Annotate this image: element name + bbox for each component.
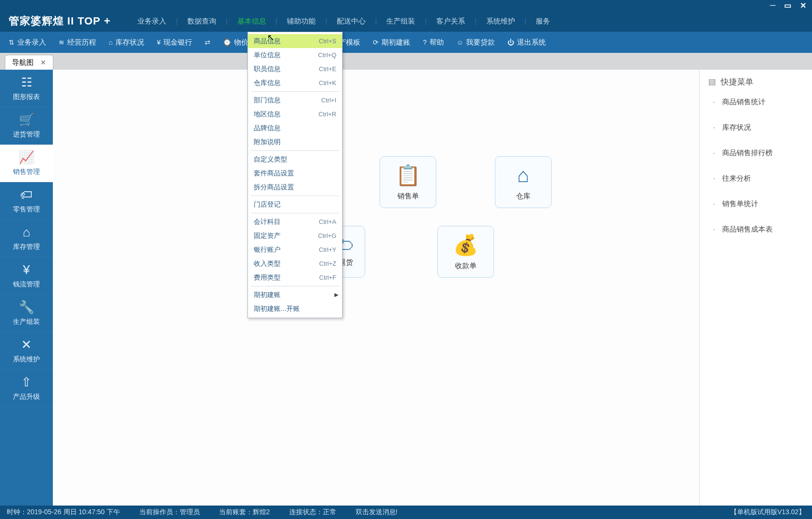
toolbar-icon: ⌚ (223, 38, 231, 46)
dropdown-item[interactable]: 自定义类型 (248, 152, 342, 166)
quick-item-1[interactable]: 库存状况 (713, 123, 803, 133)
menu-separator: | (425, 17, 427, 25)
toolbar-label: 帮助 (430, 38, 444, 47)
dropdown-item[interactable]: 期初建账▶ (248, 288, 342, 302)
maximize-button[interactable]: ▭ (784, 1, 791, 10)
dropdown-shortcut: Ctrl+Y (319, 246, 336, 253)
dropdown-shortcut: Ctrl+E (319, 65, 336, 73)
sidebar-label: 产品升级 (13, 393, 40, 401)
clipboard-check-icon: 📋 (395, 163, 420, 187)
top-menu: 业务录入|数据查询|基本信息|辅助功能|配送中心|生产组装|客户关系|系统维护|… (135, 17, 553, 26)
topmenu-0[interactable]: 业务录入 (135, 17, 169, 26)
sidebar-item-5[interactable]: ¥钱流管理 (0, 257, 53, 295)
topmenu-6[interactable]: 客户关系 (433, 17, 468, 26)
sidebar-item-7[interactable]: ✕系统维护 (0, 332, 53, 370)
sidebar-item-6[interactable]: 🔧生产组装 (0, 295, 53, 332)
dropdown-label: 期初建账...开账 (254, 305, 300, 313)
status-connection: 连接状态：正常 (289, 508, 336, 517)
quick-item-0[interactable]: 商品销售统计 (713, 97, 803, 107)
dropdown-shortcut: Ctrl+F (319, 274, 336, 281)
sidebar-item-2[interactable]: 📈销售管理 (0, 145, 53, 182)
dropdown-item[interactable]: 品牌信息 (248, 121, 342, 135)
dropdown-item[interactable]: 收入类型Ctrl+Z (248, 257, 342, 271)
dropdown-item[interactable]: 门店登记 (248, 198, 342, 211)
quick-item-2[interactable]: 商品销售排行榜 (713, 148, 803, 158)
basic-info-dropdown[interactable]: 商品信息Ctrl+S单位信息Ctrl+Q职员信息Ctrl+E仓库信息Ctrl+K… (247, 32, 343, 318)
toolbar-item-10[interactable]: ☺我要贷款 (456, 38, 495, 47)
toolbar-item-2[interactable]: ⌂库存状况 (109, 38, 144, 47)
dropdown-shortcut: Ctrl+I (321, 97, 336, 104)
window-titlebar: ─ ▭ ✕ (0, 0, 812, 11)
topmenu-3[interactable]: 辅助功能 (284, 17, 319, 26)
card-sales-order[interactable]: 📋 销售单 (380, 156, 436, 208)
dropdown-item[interactable]: 地区信息Ctrl+R (248, 107, 342, 121)
dropdown-shortcut: Ctrl+K (319, 79, 336, 86)
quick-item-4[interactable]: 销售单统计 (713, 199, 803, 209)
quick-item-3[interactable]: 往来分析 (713, 173, 803, 184)
dropdown-item[interactable]: 附加说明 (248, 135, 342, 149)
minimize-button[interactable]: ─ (770, 1, 775, 10)
toolbar-label: 业务录入 (17, 38, 46, 47)
sidebar-item-8[interactable]: ⇧产品升级 (0, 370, 53, 407)
dropdown-item[interactable]: 银行账户Ctrl+Y (248, 243, 342, 257)
dropdown-label: 套件商品设置 (254, 169, 294, 178)
quick-menu-header: ▤ 快捷菜单 (708, 76, 803, 87)
top-menubar: 管家婆辉煌 II TOP + 业务录入|数据查询|基本信息|辅助功能|配送中心|… (0, 11, 812, 32)
left-sidebar: ☷图形报表🛒进货管理📈销售管理🏷零售管理⌂库存管理¥钱流管理🔧生产组装✕系统维护… (0, 70, 53, 506)
dropdown-separator (251, 286, 339, 286)
status-version: 【单机版试用版V13.02】 (730, 508, 805, 517)
quick-item-5[interactable]: 商品销售成本表 (713, 224, 803, 235)
topmenu-8[interactable]: 服务 (533, 17, 553, 26)
dropdown-item[interactable]: 会计科目Ctrl+A (248, 215, 342, 229)
toolbar-item-0[interactable]: ⇅业务录入 (9, 38, 46, 47)
card-receipt[interactable]: 💰 收款单 (437, 226, 494, 278)
dropdown-item[interactable]: 单位信息Ctrl+Q (248, 48, 342, 62)
toolbar-label: 库存状况 (115, 38, 144, 47)
toolbar-item-3[interactable]: ¥现金银行 (157, 38, 192, 47)
toolbar-item-1[interactable]: ≋经营历程 (59, 38, 96, 47)
dropdown-shortcut: Ctrl+Q (318, 51, 336, 59)
dropdown-item[interactable]: 期初建账...开账 (248, 302, 342, 316)
dropdown-item[interactable]: 固定资产Ctrl+G (248, 229, 342, 243)
sidebar-label: 库存管理 (13, 243, 40, 251)
toolbar-item-11[interactable]: ⏻退出系统 (507, 38, 546, 47)
status-message: 双击发送消息! (356, 508, 398, 517)
topmenu-1[interactable]: 数据查询 (185, 17, 219, 26)
tab-close-icon[interactable]: ✕ (40, 59, 46, 66)
dropdown-item[interactable]: 职员信息Ctrl+E (248, 62, 342, 76)
topmenu-5[interactable]: 生产组装 (383, 17, 418, 26)
menu-separator: | (325, 17, 327, 25)
close-button[interactable]: ✕ (800, 1, 806, 10)
sidebar-item-0[interactable]: ☷图形报表 (0, 70, 53, 107)
card-warehouse[interactable]: ⌂ 仓库 (495, 156, 552, 208)
dropdown-item[interactable]: 拆分商品设置 (248, 180, 342, 194)
sidebar-item-4[interactable]: ⌂库存管理 (0, 220, 53, 257)
sidebar-label: 销售管理 (13, 168, 40, 176)
dropdown-shortcut: Ctrl+G (318, 232, 336, 239)
dropdown-item[interactable]: 部门信息Ctrl+I (248, 93, 342, 107)
dropdown-label: 地区信息 (254, 110, 281, 119)
sidebar-icon: 🏷 (20, 187, 33, 202)
sidebar-label: 进货管理 (13, 130, 40, 139)
dropdown-label: 职员信息 (254, 65, 281, 74)
topmenu-4[interactable]: 配送中心 (334, 17, 369, 26)
dropdown-label: 单位信息 (254, 51, 281, 60)
dropdown-item[interactable]: 商品信息Ctrl+S (248, 34, 342, 48)
topmenu-7[interactable]: 系统维护 (483, 17, 518, 26)
sidebar-label: 钱流管理 (13, 280, 40, 289)
sidebar-icon: 🔧 (19, 300, 34, 315)
dropdown-item[interactable]: 仓库信息Ctrl+K (248, 76, 342, 90)
toolbar-label: 期初建账 (381, 38, 410, 47)
toolbar-item-8[interactable]: ⟳期初建账 (373, 38, 410, 47)
dropdown-item[interactable]: 费用类型Ctrl+F (248, 271, 342, 284)
topmenu-2[interactable]: 基本信息 (234, 17, 269, 26)
card-label: 收款单 (455, 261, 477, 271)
toolbar-item-9[interactable]: ?帮助 (423, 38, 444, 47)
sidebar-item-3[interactable]: 🏷零售管理 (0, 182, 53, 220)
toolbar-item-4[interactable]: ⇄ (205, 38, 210, 46)
dropdown-item[interactable]: 套件商品设置 (248, 166, 342, 180)
dropdown-shortcut: Ctrl+R (319, 111, 336, 118)
status-account: 当前账套：辉煌2 (219, 508, 270, 517)
tab-nav-map[interactable]: 导航图 ✕ (5, 55, 53, 70)
sidebar-item-1[interactable]: 🛒进货管理 (0, 107, 53, 145)
